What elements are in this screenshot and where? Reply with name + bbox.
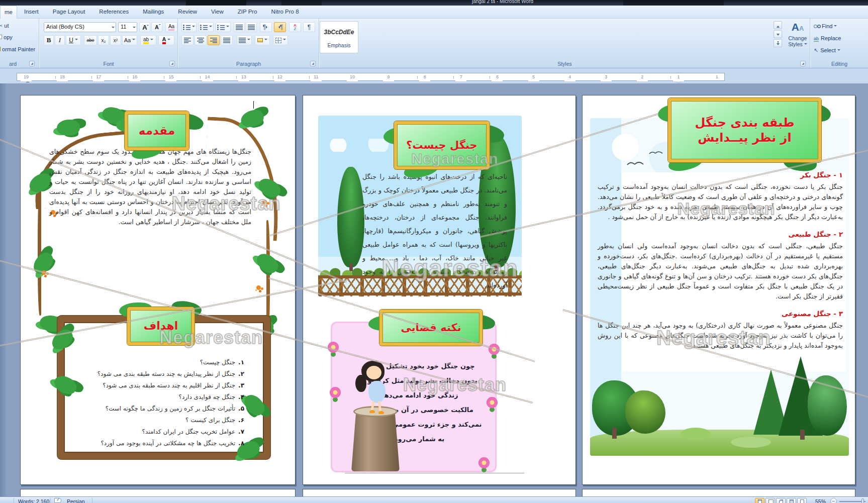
left-to-right-direction-button[interactable]: ¶ <box>260 22 272 32</box>
word-count[interactable]: Words: 2,160 <box>18 498 49 503</box>
format-painter-button[interactable]: ormat Painter <box>0 46 35 52</box>
style-item[interactable]: 3bCcDdEe Emphasis <box>320 21 358 53</box>
goal-item[interactable]: ۵.تأثیرات جنگل بر کره زمین و زندگی ما چگ… <box>73 403 244 415</box>
dropdown-arrow-icon[interactable] <box>247 39 250 42</box>
next-page-top[interactable] <box>20 489 296 496</box>
ribbon-tab[interactable]: Insert <box>17 6 46 19</box>
shrink-font-button[interactable]: A <box>151 22 162 32</box>
goals-list[interactable]: ۱.جنگل چیست؟ ۲.جنگل از نظر پیدایش به چند… <box>73 357 244 449</box>
goal-item[interactable]: ۸.تخریب جنگل ها چه مشکلاتی در آینده بوجو… <box>73 438 244 449</box>
section-body[interactable]: جنگل مصنوعی معمولاً به صورت نهال کاری (د… <box>598 321 843 351</box>
font-name-combobox[interactable]: Arial (Body CS) <box>44 22 116 32</box>
section-body[interactable]: جنگل بکر یا دست نخورده، جنگلی است که بدو… <box>598 182 843 222</box>
print-layout-view-button[interactable] <box>755 498 764 503</box>
intro-paragraph[interactable]: جنگل‌ها زیستگاه های مهم جهان هستند که حـ… <box>49 147 251 227</box>
sort-button[interactable]: AZ <box>289 22 301 32</box>
strikethrough-button[interactable]: abe <box>84 35 97 45</box>
ribbon-tab[interactable]: Nitro Pro 8 <box>264 6 306 19</box>
ribbon-tab[interactable]: Mailings <box>136 6 171 19</box>
select-button[interactable]: ↖Select <box>814 47 840 54</box>
underline-button[interactable]: U <box>66 35 81 45</box>
goal-item[interactable]: ۷.عوامل تخریب جنگل در ایران کدامند؟ <box>73 426 244 438</box>
copy-button[interactable]: opy <box>0 34 13 40</box>
dropdown-arrow-icon[interactable] <box>283 39 286 42</box>
clipboard-dialog-launcher[interactable]: ◢ <box>29 61 35 66</box>
ribbon-tab[interactable]: View <box>204 6 231 19</box>
bold-button[interactable]: B <box>44 35 54 45</box>
justify-button[interactable] <box>221 35 233 45</box>
right-to-left-direction-button[interactable]: ¶ <box>274 22 286 32</box>
paragraph-dialog-launcher[interactable]: ◢ <box>310 61 316 66</box>
section-body[interactable]: جنگل طبیعی، جنگلی است که بدون دخالت انسا… <box>598 241 843 301</box>
dropdown-arrow-icon[interactable] <box>192 26 195 29</box>
grow-font-button[interactable]: A <box>139 22 150 32</box>
draft-view-button[interactable] <box>797 498 807 503</box>
ribbon-tab[interactable]: Page Layout <box>46 6 92 19</box>
styles-more-button[interactable] <box>774 39 782 47</box>
cut-button[interactable]: ✂ ut <box>0 23 9 29</box>
font-dialog-launcher[interactable]: ◢ <box>169 61 175 66</box>
dropdown-arrow-icon[interactable] <box>226 26 229 29</box>
ribbon-tab[interactable]: ZIP Pro <box>231 6 264 19</box>
clear-formatting-button[interactable]: Aa <box>165 22 177 32</box>
show-hide-marks-button[interactable]: ¶ <box>303 22 315 32</box>
document-area[interactable]: مقدمه جنگل‌ها زیستگاه های مهم جهان هستند… <box>0 83 868 496</box>
ribbon-tab[interactable]: me <box>0 6 17 19</box>
text-highlight-button[interactable]: ab <box>140 35 156 45</box>
borders-button[interactable] <box>273 35 288 45</box>
zoom-slider-thumb[interactable] <box>861 498 864 503</box>
italic-button[interactable]: I <box>55 35 65 45</box>
numbering-button[interactable] <box>199 22 214 32</box>
document-page-3[interactable]: طبقه بندی جنگل از نظر پیــدایش ۱ - جنگل … <box>582 95 855 485</box>
ruler-band[interactable]: 19181716151413121110987654321 <box>17 73 725 81</box>
font-color-button[interactable]: A <box>158 35 174 45</box>
goal-item[interactable]: ۴.جنگل چه فوایدی دارد؟ <box>73 391 244 403</box>
document-page-2[interactable]: جنگل چیست؟ ناحیه‌ای که از درخت‌های انبوه… <box>303 95 576 485</box>
decrease-indent-button[interactable] <box>234 22 245 32</box>
goal-item[interactable]: ۳.جنگل از نظر اقلیم به چند دسته طبقه بند… <box>73 380 244 391</box>
ruler[interactable]: 19181716151413121110987654321 1 <box>0 68 868 83</box>
superscript-button[interactable]: x² <box>110 35 121 45</box>
next-page-top[interactable] <box>303 489 576 496</box>
styles-scroll-up-button[interactable] <box>774 21 782 29</box>
dropdown-arrow-icon[interactable] <box>132 39 135 42</box>
dropdown-arrow-icon[interactable] <box>264 39 267 42</box>
web-layout-view-button[interactable] <box>776 498 786 503</box>
language-indicator[interactable]: Persian <box>67 498 85 503</box>
spellcheck-book-icon[interactable]: ✓ <box>54 498 61 503</box>
font-size-combobox[interactable]: 11 <box>118 22 137 32</box>
styles-scroll-down-button[interactable] <box>774 30 782 38</box>
align-right-button[interactable] <box>208 35 220 45</box>
subscript-button[interactable]: x₂ <box>98 35 109 45</box>
align-center-button[interactable] <box>195 35 207 45</box>
page2-paragraph[interactable]: ناحیه‌ای که از درخت‌های انبوه پوشیده باش… <box>362 170 507 292</box>
next-page-top[interactable] <box>582 489 855 496</box>
change-case-button[interactable]: Aa <box>122 35 137 45</box>
find-button[interactable]: Find <box>814 23 837 29</box>
dropdown-arrow-icon[interactable] <box>75 39 78 42</box>
dropdown-arrow-icon[interactable] <box>150 39 153 42</box>
replace-button[interactable]: abReplace <box>814 35 841 41</box>
dropdown-arrow-icon[interactable] <box>209 26 212 29</box>
align-left-button[interactable] <box>181 35 194 45</box>
line-spacing-button[interactable] <box>237 35 252 45</box>
zoom-out-button[interactable]: − <box>830 498 837 503</box>
multilevel-list-button[interactable] <box>216 22 231 32</box>
goal-item[interactable]: ۱.جنگل چیست؟ <box>73 357 244 368</box>
document-page-1[interactable]: مقدمه جنگل‌ها زیستگاه های مهم جهان هستند… <box>20 95 296 485</box>
ribbon-tab[interactable]: References <box>92 6 136 19</box>
dropdown-arrow-icon[interactable] <box>112 27 115 30</box>
zoom-level[interactable]: 55% <box>815 498 826 503</box>
dropdown-arrow-icon[interactable] <box>133 27 136 30</box>
increase-indent-button[interactable] <box>246 22 257 32</box>
goal-item[interactable]: ۲.جنگل از نظر پیدایش به چند دسته طبقه بن… <box>73 368 244 380</box>
ribbon-tab[interactable]: Review <box>171 6 204 19</box>
fullscreen-reading-view-button[interactable] <box>765 498 775 503</box>
shading-button[interactable] <box>255 35 270 45</box>
goal-item[interactable]: ۶.جنگل برای کیست ؟ <box>73 415 244 426</box>
dropdown-arrow-icon[interactable] <box>167 39 170 42</box>
page3-sections[interactable]: ۱ - جنگل بکر جنگل بکر یا دست نخورده، جنگ… <box>598 171 843 359</box>
outline-view-button[interactable] <box>787 498 796 503</box>
bullets-button[interactable] <box>181 22 197 32</box>
change-styles-button[interactable]: AA Change Styles <box>786 21 809 64</box>
